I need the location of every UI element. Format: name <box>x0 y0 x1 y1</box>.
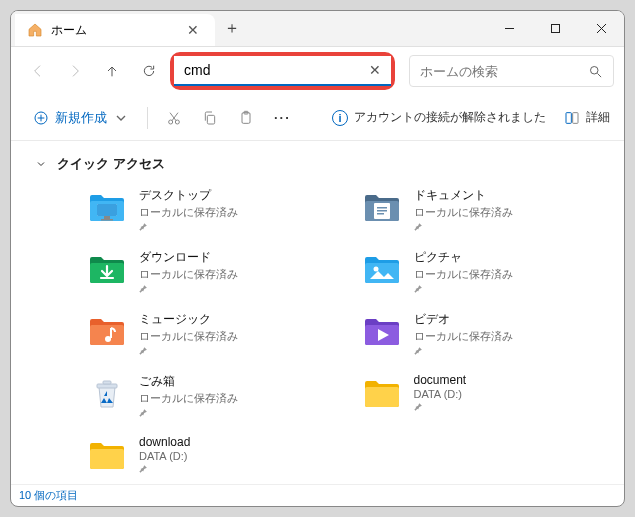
svg-point-26 <box>105 336 111 342</box>
item-text: ミュージックローカルに保存済み <box>139 311 238 355</box>
item-sub: ローカルに保存済み <box>139 329 238 344</box>
account-warning-text: アカウントの接続が解除されました <box>354 109 546 126</box>
pin-icon <box>139 346 238 355</box>
address-bar-highlight: ✕ <box>170 52 395 90</box>
new-tab-button[interactable]: ＋ <box>215 11 249 46</box>
status-bar: 10 個の項目 <box>11 484 624 506</box>
item-text: デスクトップローカルに保存済み <box>139 187 238 231</box>
details-toggle[interactable]: 詳細 <box>564 109 610 126</box>
chevron-down-icon <box>35 158 47 170</box>
item-name: ドキュメント <box>414 187 513 204</box>
tab-close-button[interactable]: ✕ <box>181 20 205 40</box>
close-button[interactable] <box>578 11 624 46</box>
pin-icon <box>414 222 513 231</box>
quick-access-item[interactable]: ドキュメントローカルに保存済み <box>362 187 617 239</box>
svg-point-2 <box>591 66 599 74</box>
window-controls <box>486 11 624 46</box>
up-button[interactable] <box>96 54 129 88</box>
search-box[interactable] <box>409 55 614 87</box>
item-text: ダウンロードローカルに保存済み <box>139 249 238 293</box>
svg-rect-21 <box>377 213 384 215</box>
nav-row: ✕ <box>11 47 624 95</box>
new-button[interactable]: 新規作成 <box>25 102 137 134</box>
videos-folder-icon <box>362 311 402 351</box>
item-sub: ローカルに保存済み <box>414 205 513 220</box>
svg-rect-31 <box>90 449 124 469</box>
pin-icon <box>414 284 513 293</box>
item-text: ビデオローカルに保存済み <box>414 311 513 355</box>
back-button[interactable] <box>21 54 54 88</box>
item-text: ピクチャローカルに保存済み <box>414 249 513 293</box>
item-text: downloadDATA (D:) <box>139 435 190 473</box>
pin-icon <box>139 408 238 417</box>
folder-folder-icon <box>362 373 402 413</box>
search-input[interactable] <box>420 64 588 79</box>
recycle-folder-icon <box>87 373 127 413</box>
maximize-button[interactable] <box>532 11 578 46</box>
paste-button[interactable] <box>230 102 262 134</box>
item-name: document <box>414 373 467 387</box>
account-warning[interactable]: i アカウントの接続が解除されました <box>332 109 546 126</box>
svg-rect-7 <box>207 115 214 124</box>
desktop-folder-icon <box>87 187 127 227</box>
more-button[interactable]: ··· <box>266 102 299 134</box>
quick-access-item[interactable]: ダウンロードローカルに保存済み <box>87 249 342 301</box>
item-sub: DATA (D:) <box>414 388 467 400</box>
svg-rect-29 <box>103 381 111 384</box>
quick-access-item[interactable]: ミュージックローカルに保存済み <box>87 311 342 363</box>
status-text: 10 個の項目 <box>19 488 78 503</box>
pictures-folder-icon <box>362 249 402 289</box>
downloads-folder-icon <box>87 249 127 289</box>
folder-folder-icon <box>87 435 127 475</box>
item-sub: ローカルに保存済み <box>414 267 513 282</box>
item-sub: ローカルに保存済み <box>139 205 238 220</box>
copy-button[interactable] <box>194 102 226 134</box>
item-text: ごみ箱ローカルに保存済み <box>139 373 238 417</box>
documents-folder-icon <box>362 187 402 227</box>
item-name: ピクチャ <box>414 249 513 266</box>
item-sub: ローカルに保存済み <box>139 267 238 282</box>
item-name: ごみ箱 <box>139 373 238 390</box>
svg-rect-1 <box>551 25 559 33</box>
address-clear-button[interactable]: ✕ <box>365 62 385 78</box>
item-sub: DATA (D:) <box>139 450 190 462</box>
toolbar: 新規作成 ··· i アカウントの接続が解除されました 詳細 <box>11 95 624 141</box>
quick-access-item[interactable]: ビデオローカルに保存済み <box>362 311 617 363</box>
quick-access-item[interactable]: ごみ箱ローカルに保存済み <box>87 373 342 425</box>
quick-access-item[interactable]: downloadDATA (D:) <box>87 435 342 484</box>
item-name: ダウンロード <box>139 249 238 266</box>
svg-line-3 <box>597 73 601 77</box>
pin-icon <box>414 346 513 355</box>
new-label: 新規作成 <box>55 109 107 127</box>
svg-point-24 <box>373 267 378 272</box>
quick-access-item[interactable]: documentDATA (D:) <box>362 373 617 425</box>
address-bar[interactable]: ✕ <box>174 56 391 86</box>
minimize-button[interactable] <box>486 11 532 46</box>
tab-home[interactable]: ホーム ✕ <box>15 14 215 46</box>
svg-rect-30 <box>365 387 399 407</box>
item-text: documentDATA (D:) <box>414 373 467 411</box>
quick-access-item[interactable]: デスクトップローカルに保存済み <box>87 187 342 239</box>
quick-access-header[interactable]: クイック アクセス <box>29 155 616 173</box>
svg-rect-16 <box>101 219 113 221</box>
explorer-window: ホーム ✕ ＋ <box>10 10 625 507</box>
home-icon <box>27 22 43 38</box>
svg-rect-19 <box>377 207 387 209</box>
content-area: クイック アクセス デスクトップローカルに保存済みドキュメントローカルに保存済み… <box>11 141 624 484</box>
item-name: download <box>139 435 190 449</box>
info-icon: i <box>332 110 348 126</box>
svg-rect-20 <box>377 210 387 212</box>
forward-button[interactable] <box>58 54 91 88</box>
refresh-button[interactable] <box>133 54 166 88</box>
address-input[interactable] <box>184 62 359 78</box>
svg-rect-23 <box>365 263 399 283</box>
pin-icon <box>414 402 467 411</box>
svg-rect-15 <box>104 216 110 219</box>
quick-access-item[interactable]: ピクチャローカルに保存済み <box>362 249 617 301</box>
items-grid: デスクトップローカルに保存済みドキュメントローカルに保存済みダウンロードローカル… <box>29 187 616 484</box>
cut-button[interactable] <box>158 102 190 134</box>
item-sub: ローカルに保存済み <box>414 329 513 344</box>
pin-icon <box>139 464 190 473</box>
pin-icon <box>139 284 238 293</box>
pin-icon <box>139 222 238 231</box>
